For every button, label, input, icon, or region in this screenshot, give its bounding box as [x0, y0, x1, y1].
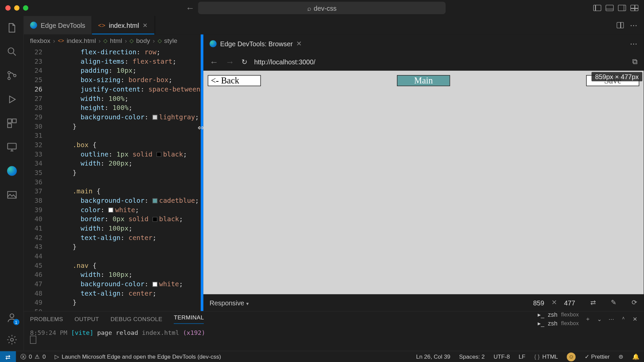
status-encoding[interactable]: UTF-8 — [489, 353, 514, 360]
device-more-icon[interactable]: ⟳ — [632, 299, 637, 307]
browser-back-icon[interactable]: ← — [210, 57, 218, 67]
tab-edge-devtools[interactable]: Edge DevTools — [24, 16, 92, 34]
browser-pane: Edge DevTools: Browser ✕ ⋯ ← → ↻ ⧉ <- Ba… — [203, 35, 644, 311]
tab-label: Edge DevTools: Browser — [220, 40, 292, 47]
panel-tab-problems[interactable]: PROBLEMS — [30, 316, 63, 322]
svg-rect-8 — [7, 191, 16, 198]
tab-label: Edge DevTools — [41, 21, 85, 29]
status-problems[interactable]: ⓧ0 ⚠0 — [16, 353, 50, 361]
maximize-panel-icon[interactable]: ＾ — [621, 315, 627, 323]
svg-point-10 — [10, 338, 13, 341]
edge-tools-icon[interactable] — [6, 165, 17, 177]
minimize-window[interactable] — [14, 5, 19, 11]
more-actions-icon[interactable]: ⋯ — [630, 39, 637, 49]
command-center[interactable]: ⌕ dev-css — [198, 2, 445, 14]
code-editor[interactable]: 2223242526272829303132333435363738394041… — [24, 47, 201, 311]
warning-icon: ⚠ — [35, 353, 40, 360]
browser-viewport[interactable]: <- Back Main Save 859px × 477px — [203, 71, 644, 294]
image-icon[interactable] — [6, 189, 17, 200]
svg-rect-7 — [7, 143, 16, 149]
chevron-down-icon[interactable]: ⌄ — [597, 316, 602, 322]
terminal-icon: ▸_ — [538, 320, 544, 327]
remote-explorer-icon[interactable] — [6, 141, 17, 153]
svg-rect-6 — [7, 124, 11, 127]
layout-customize-icon[interactable] — [630, 5, 638, 11]
svg-point-1 — [8, 71, 10, 74]
status-feedback-icon[interactable]: ⊜ — [614, 353, 628, 360]
panel-tab-terminal[interactable]: TERMINAL — [174, 314, 204, 324]
split-editor-icon[interactable] — [617, 22, 624, 28]
status-copilot[interactable]: ☺ — [562, 352, 580, 361]
crumb[interactable]: index.html — [67, 37, 96, 44]
run-debug-icon[interactable] — [6, 94, 17, 105]
search-label: dev-css — [314, 4, 336, 12]
explorer-icon[interactable] — [6, 22, 17, 34]
open-devtools-icon[interactable]: ⧉ — [632, 57, 638, 66]
accounts-badge: 1 — [13, 319, 19, 325]
accounts-icon[interactable]: 1 — [6, 312, 17, 323]
viewport-dimensions-overlay: 859px × 477px — [592, 72, 642, 81]
rotate-icon[interactable]: ⇄ — [590, 299, 596, 307]
check-icon: ✓ — [585, 353, 589, 360]
search-icon[interactable] — [6, 46, 17, 57]
status-bell-icon[interactable]: 🔔 — [628, 353, 644, 360]
close-icon[interactable]: ✕ — [143, 22, 148, 29]
svg-point-0 — [8, 48, 14, 54]
browser-forward-icon[interactable]: → — [225, 57, 234, 67]
svg-point-9 — [10, 314, 13, 317]
html-file-icon: <> — [98, 22, 105, 29]
reload-icon[interactable]: ↻ — [241, 58, 247, 66]
close-icon[interactable]: ✕ — [296, 40, 302, 48]
panel-tab-debug-console[interactable]: DEBUG CONSOLE — [110, 316, 162, 322]
more-icon[interactable]: ⋯ — [608, 316, 614, 322]
tab-browser[interactable]: Edge DevTools: Browser ✕ — [203, 35, 308, 53]
page-main-box[interactable]: Main — [397, 75, 450, 85]
source-control-icon[interactable] — [6, 70, 17, 81]
status-cursor[interactable]: Ln 26, Col 39 — [412, 353, 454, 360]
nav-back-icon[interactable]: ← — [186, 3, 195, 13]
layout-sidebar-right-icon[interactable] — [618, 5, 626, 11]
crumb[interactable]: body — [136, 37, 150, 44]
svg-rect-5 — [12, 119, 16, 123]
tab-label: index.html — [109, 21, 139, 29]
browser-toolbar: ← → ↻ ⧉ — [203, 53, 644, 71]
status-indent[interactable]: Spaces: 2 — [455, 353, 489, 360]
play-icon: ▷ — [55, 353, 59, 360]
panel-tab-output[interactable]: OUTPUT — [74, 316, 99, 322]
status-language[interactable]: { } HTML — [530, 353, 562, 360]
more-actions-icon[interactable]: ⋯ — [630, 20, 637, 30]
screenshot-icon[interactable]: ✎ — [611, 299, 616, 307]
terminal-item[interactable]: ▸_zsh flexbox — [538, 320, 579, 327]
viewport-height[interactable]: 477 — [564, 299, 575, 306]
status-eol[interactable]: LF — [514, 353, 530, 360]
svg-point-3 — [13, 74, 16, 77]
device-mode-select[interactable]: Responsive ▾ — [210, 299, 249, 306]
error-icon: ⓧ — [20, 353, 26, 361]
copilot-icon: ☺ — [567, 352, 576, 361]
pane-splitter[interactable]: ⇔ — [201, 35, 203, 311]
svg-rect-4 — [7, 119, 11, 123]
status-prettier[interactable]: ✓Prettier — [580, 353, 614, 360]
viewport-width[interactable]: 859 — [533, 299, 544, 306]
crumb[interactable]: style — [164, 37, 177, 44]
terminal-item[interactable]: ▸_zsh flexbox — [538, 311, 579, 318]
breadcrumbs[interactable]: flexbox› <>index.html› ◇html› ◇body› ◇st… — [24, 35, 201, 47]
edge-icon — [210, 40, 217, 47]
layout-sidebar-left-icon[interactable] — [593, 5, 601, 11]
extensions-icon[interactable] — [6, 118, 17, 129]
status-launch-task[interactable]: ▷ Launch Microsoft Edge and open the Edg… — [50, 353, 226, 360]
settings-gear-icon[interactable] — [6, 334, 17, 345]
crumb[interactable]: flexbox — [30, 37, 51, 44]
page-back-box[interactable]: <- Back — [208, 75, 261, 85]
layout-panel-icon[interactable] — [606, 5, 614, 11]
tab-index-html[interactable]: <> index.html ✕ — [92, 16, 155, 34]
maximize-window[interactable] — [23, 5, 29, 11]
terminal-output[interactable]: 8:59:24 PM [vite] page reload index.html… — [30, 329, 638, 348]
close-window[interactable] — [5, 5, 11, 11]
search-icon: ⌕ — [307, 4, 311, 12]
close-panel-icon[interactable]: ✕ — [633, 316, 638, 322]
url-input[interactable] — [254, 58, 625, 65]
remote-indicator[interactable]: ⇄ — [0, 351, 16, 362]
crumb[interactable]: html — [110, 37, 122, 44]
new-terminal-icon[interactable]: ＋ — [585, 315, 591, 323]
